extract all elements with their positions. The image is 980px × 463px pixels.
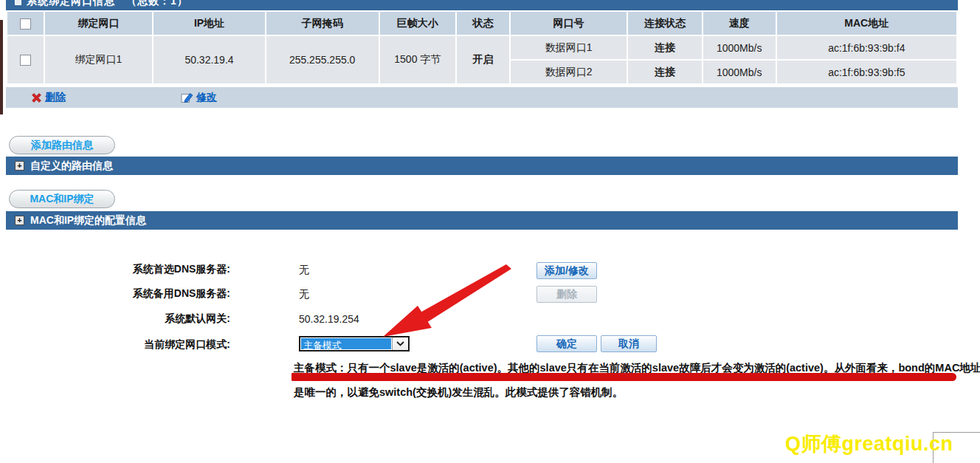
cell-speed-2: 1000Mb/s: [703, 61, 776, 83]
value-default-gateway: 50.32.19.254: [299, 313, 359, 325]
col-header-link-state: 连接状态: [628, 12, 702, 35]
table-title-text: 系统绑定网口信息 （总数：1）: [27, 0, 188, 7]
chevron-down-icon[interactable]: [392, 337, 408, 350]
table-title-bar: 系统绑定网口信息 （总数：1）: [6, 0, 958, 10]
col-header-status: 状态: [457, 12, 509, 35]
add-modify-button[interactable]: 添加/修改: [536, 262, 597, 279]
expand-plus-icon[interactable]: +: [15, 216, 24, 225]
cell-status: 开启: [457, 36, 509, 83]
table-action-bar: 删除 修改: [6, 87, 958, 108]
modify-link-label: 修改: [196, 91, 217, 104]
bonded-nic-config-page: 系统绑定网口信息 （总数：1） 绑定网口 IP地址 子网掩码 巨帧大小 状态 网…: [0, 0, 980, 463]
bond-mode-select[interactable]: 主备模式: [299, 336, 410, 351]
select-all-cell: [7, 12, 44, 35]
screenshot-edge-artifact: [0, 20, 3, 114]
modify-link[interactable]: 修改: [181, 91, 217, 104]
section-custom-routes: + 自定义的路由信息: [6, 157, 958, 175]
col-header-bond-port: 绑定网口: [45, 12, 152, 35]
col-header-jumbo: 巨帧大小: [380, 12, 456, 35]
edit-pencil-icon: [181, 92, 193, 103]
bound-ports-table: 绑定网口 IP地址 子网掩码 巨帧大小 状态 网口号 连接状态 速度 MAC地址…: [6, 10, 958, 85]
label-bond-mode: 当前绑定网口模式:: [59, 338, 230, 351]
section-custom-routes-title: 自定义的路由信息: [30, 160, 113, 173]
section-macip-config-title: MAC和IP绑定的配置信息: [30, 214, 146, 227]
value-secondary-dns: 无: [299, 288, 309, 301]
label-secondary-dns: 系统备用DNS服务器:: [59, 287, 230, 301]
col-header-ip: IP地址: [153, 12, 265, 35]
table-header-row: 绑定网口 IP地址 子网掩码 巨帧大小 状态 网口号 连接状态 速度 MAC地址: [7, 12, 956, 35]
cell-mac-2: ac:1f:6b:93:9b:f5: [777, 61, 956, 83]
row-checkbox[interactable]: [20, 55, 31, 66]
cell-speed-1: 1000Mb/s: [703, 36, 776, 59]
bond-mode-note-line2: 是唯一的，以避免switch(交换机)发生混乱。此模式提供了容错机制。: [294, 385, 623, 399]
cell-mac-1: ac:1f:6b:93:9b:f4: [777, 36, 956, 59]
watermark-text: Q师傅greatqiu.cn: [785, 431, 953, 457]
col-header-speed: 速度: [703, 12, 776, 35]
red-x-icon: [31, 92, 42, 103]
table-title: 系统绑定网口信息 （总数：1）: [15, 0, 188, 8]
add-route-button[interactable]: 添加路由信息: [9, 136, 115, 154]
table-row: 绑定网口1 50.32.19.4 255.255.255.0 1500 字节 开…: [7, 36, 956, 59]
bullet-square-icon: [15, 0, 21, 5]
mac-ip-bind-button[interactable]: MAC和IP绑定: [9, 190, 115, 208]
cancel-button[interactable]: 取消: [601, 335, 657, 352]
col-header-mac: MAC地址: [777, 12, 956, 35]
ok-button[interactable]: 确定: [536, 335, 597, 352]
expand-plus-icon[interactable]: +: [15, 161, 24, 171]
section-macip-config: + MAC和IP绑定的配置信息: [6, 211, 958, 230]
cell-link-2: 连接: [628, 61, 702, 83]
cell-port-1: 数据网口1: [511, 36, 627, 59]
label-default-gateway: 系统默认网关:: [59, 312, 230, 326]
red-underline-annotation: [291, 373, 956, 381]
delete-link[interactable]: 删除: [31, 91, 66, 104]
cell-ip: 50.32.19.4: [153, 36, 265, 83]
delete-button: 删除: [536, 286, 597, 303]
cell-netmask: 255.255.255.0: [266, 36, 379, 83]
red-arrow-annotation: [369, 255, 524, 347]
col-header-netmask: 子网掩码: [266, 12, 379, 35]
cell-bond-name: 绑定网口1: [45, 36, 152, 83]
cell-link-1: 连接: [628, 36, 702, 59]
cell-port-2: 数据网口2: [511, 61, 627, 83]
bond-mode-selected-value: 主备模式: [301, 338, 391, 349]
select-all-checkbox[interactable]: [20, 18, 31, 30]
delete-link-label: 删除: [45, 91, 66, 104]
row-select-cell: [7, 36, 44, 83]
value-primary-dns: 无: [299, 264, 309, 277]
col-header-port-no: 网口号: [511, 12, 627, 35]
label-primary-dns: 系统首选DNS服务器:: [59, 263, 230, 276]
cell-jumbo: 1500 字节: [380, 36, 456, 83]
